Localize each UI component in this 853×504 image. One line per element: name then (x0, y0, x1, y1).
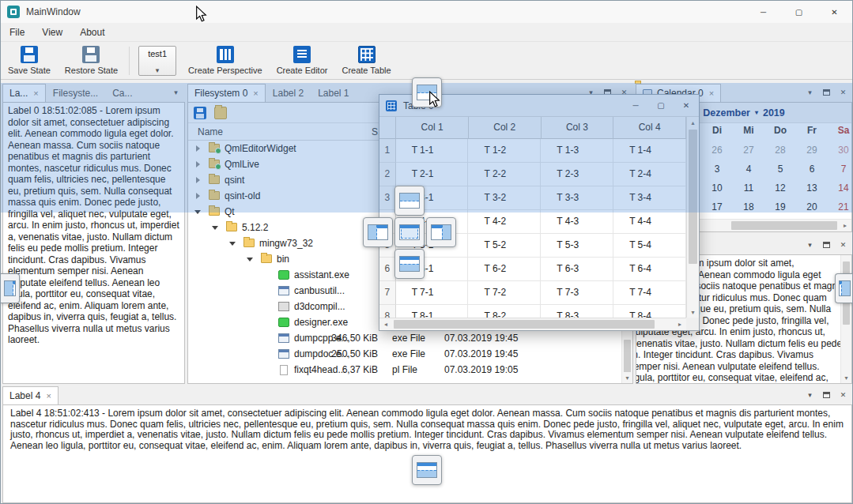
dock-indicator-right-edge[interactable] (835, 273, 853, 303)
table-cell[interactable]: T 3-3 (541, 186, 613, 210)
chevron-down-icon[interactable] (229, 242, 236, 246)
scrollbar-thumb[interactable] (689, 130, 697, 264)
tabs-menu-button[interactable]: ▾ (803, 86, 817, 98)
tabs-menu-button[interactable]: ▾ (803, 389, 817, 401)
dock-indicator-cross-up[interactable] (394, 186, 425, 216)
menu-view[interactable]: View (33, 23, 71, 41)
table-cell[interactable]: T 8-2 (468, 305, 541, 318)
calendar-day[interactable]: 28 (764, 141, 796, 160)
dock-indicator-cross-bottom[interactable] (394, 249, 425, 279)
calendar-day[interactable]: 11 (733, 179, 764, 197)
tab-filesystem1[interactable]: Filesyste... (46, 84, 105, 102)
tab-label2[interactable]: Label 2 (266, 84, 311, 102)
column-header[interactable]: Col 2 (469, 117, 542, 139)
chevron-down-icon[interactable] (212, 226, 218, 230)
table-cell[interactable]: T 8-4 (613, 305, 686, 318)
column-header[interactable]: Col 3 (542, 117, 614, 139)
maximize-button[interactable]: ▢ (781, 1, 817, 23)
undock-button[interactable] (820, 239, 833, 250)
minimize-button[interactable]: ─ (623, 96, 648, 115)
save-state-button[interactable]: Save State (1, 43, 58, 77)
scrollbar-thumb[interactable] (731, 221, 837, 230)
calendar-month-dropdown[interactable]: Dezember (703, 107, 750, 118)
scroll-down-button[interactable]: ▾ (687, 307, 699, 318)
table-cell[interactable]: T 2-2 (468, 163, 541, 186)
table-cell[interactable]: T 5-3 (541, 234, 613, 258)
calendar-day[interactable]: 27 (733, 141, 764, 160)
close-panel-button[interactable]: ✕ (836, 86, 850, 98)
tab-close-icon[interactable]: × (709, 88, 714, 98)
perspective-combobox[interactable]: test1 ▾ (138, 46, 176, 76)
menu-file[interactable]: File (1, 23, 33, 41)
chevron-down-icon[interactable] (194, 210, 201, 214)
table-cell[interactable]: T 4-4 (613, 210, 686, 234)
calendar-day[interactable]: 5 (764, 160, 796, 179)
scroll-up-button[interactable]: ▴ (687, 117, 699, 128)
table-cell[interactable]: T 1-4 (613, 139, 686, 163)
calendar-day[interactable]: 13 (796, 179, 828, 197)
table-cell[interactable]: T 5-4 (613, 234, 686, 258)
calendar-year[interactable]: 2019 (763, 107, 785, 118)
tabs-menu-button[interactable]: ▾ (803, 239, 817, 250)
table-cell[interactable]: T 2-4 (613, 163, 686, 186)
table-cell[interactable]: T 1-1 (396, 139, 469, 163)
row-header[interactable]: 2 (379, 163, 396, 186)
calendar-day[interactable]: 7 (828, 160, 852, 179)
scroll-down-button[interactable]: ▾ (622, 372, 632, 383)
tab-close-icon[interactable]: × (253, 88, 258, 98)
scrollbar-thumb[interactable] (394, 320, 655, 329)
calendar-day[interactable]: 30 (828, 141, 852, 160)
tab-label1[interactable]: Label 1 (311, 84, 356, 102)
tab-label0[interactable]: La... × (2, 84, 46, 102)
calendar-day[interactable]: 4 (733, 160, 764, 179)
table-cell[interactable]: T 5-2 (468, 234, 541, 258)
chevron-right-icon[interactable] (196, 193, 200, 199)
table-cell[interactable]: T 2-3 (541, 163, 613, 186)
calendar-day[interactable]: 14 (828, 179, 852, 197)
table-cell[interactable]: T 7-4 (613, 281, 686, 305)
column-header[interactable]: Col 4 (613, 117, 686, 139)
row-header[interactable]: 6 (379, 258, 396, 281)
chevron-right-icon[interactable] (196, 161, 200, 167)
scroll-down-button[interactable]: ▾ (841, 372, 851, 383)
table-horizontal-scrollbar[interactable]: ◂ ▸ (379, 318, 686, 330)
tree-row[interactable]: dumpcpp.e...346,50 KiBexe File07.03.2019… (188, 330, 621, 346)
save-icon-button[interactable] (194, 107, 206, 119)
scroll-left-button[interactable]: ◂ (379, 318, 392, 330)
create-table-button[interactable]: Create Table (334, 43, 398, 77)
minimize-button[interactable]: ─ (745, 1, 781, 23)
row-header[interactable]: 3 (379, 186, 396, 210)
table-cell[interactable]: T 1-2 (468, 139, 541, 163)
close-button[interactable]: ✕ (674, 96, 699, 115)
calendar-day[interactable]: 18 (733, 197, 764, 216)
column-name[interactable]: Name (198, 126, 223, 137)
dock-indicator-cross-left[interactable] (363, 217, 393, 247)
calendar-day[interactable]: 20 (796, 197, 828, 216)
dock-indicator-bottom[interactable] (412, 455, 442, 485)
row-header[interactable]: 8 (379, 305, 396, 318)
calendar-day[interactable]: 6 (796, 160, 828, 179)
calendar-day[interactable]: 12 (764, 179, 796, 197)
undock-button[interactable] (820, 86, 833, 98)
row-header[interactable]: 7 (379, 281, 396, 305)
maximize-button[interactable]: ▢ (648, 96, 674, 115)
dock-indicator-left-edge[interactable] (1, 273, 20, 303)
restore-state-button[interactable]: Restore State (58, 43, 125, 77)
table-cell[interactable]: T 7-3 (541, 281, 613, 305)
close-panel-button[interactable]: ✕ (836, 239, 850, 250)
table-cell[interactable]: T 3-2 (468, 186, 541, 210)
scroll-right-button[interactable]: ▸ (839, 220, 851, 231)
tab-label4[interactable]: Label 4 × (2, 386, 59, 404)
dock-indicator-cross-right[interactable] (426, 217, 456, 247)
table-cell[interactable]: T 4-3 (541, 210, 613, 234)
titlebar[interactable]: MainWindow ─ ▢ ✕ (1, 1, 852, 23)
row-header[interactable]: 1 (379, 139, 396, 163)
table-vertical-scrollbar[interactable]: ▴ ▾ (686, 117, 699, 318)
dock-indicator-cross-center[interactable] (394, 217, 425, 247)
tree-row[interactable]: dumpdoc.e...250,50 KiBexe File07.03.2019… (188, 346, 621, 362)
menu-about[interactable]: About (71, 23, 113, 41)
chevron-right-icon[interactable] (196, 177, 200, 183)
column-header[interactable]: Col 1 (396, 117, 469, 139)
calendar-day[interactable]: 17 (701, 197, 733, 216)
tab-filesystem0[interactable]: Filesystem 0 × (187, 84, 266, 102)
